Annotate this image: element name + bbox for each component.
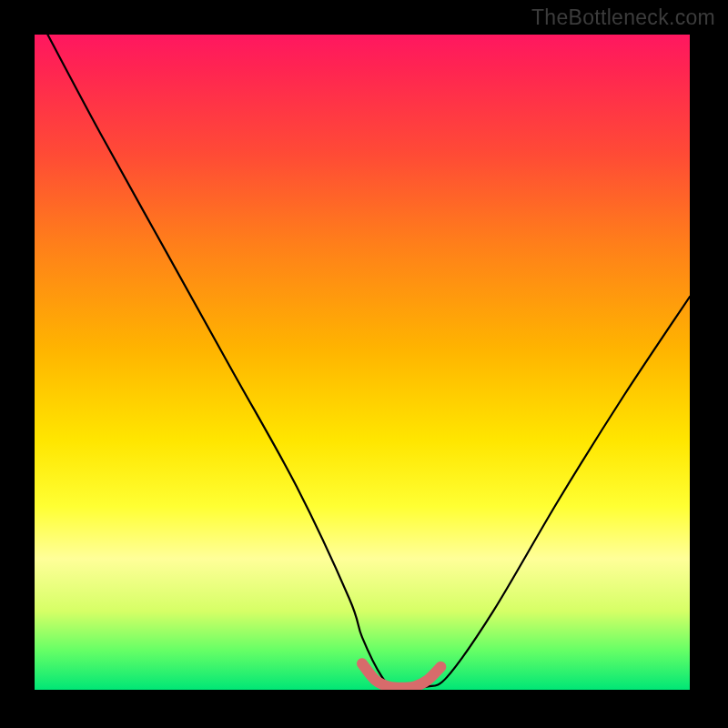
watermark-text: TheBottleneck.com xyxy=(531,5,715,30)
optimal-zone-path xyxy=(362,663,440,688)
plot-area xyxy=(35,35,690,690)
bottleneck-curve-path xyxy=(47,35,690,687)
curve-layer xyxy=(35,35,690,690)
chart-frame: TheBottleneck.com xyxy=(0,0,728,728)
